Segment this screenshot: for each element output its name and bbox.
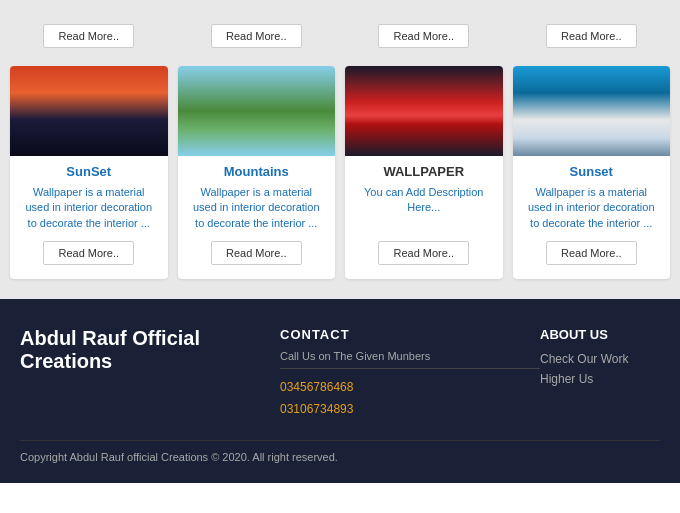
- footer-copyright: Copyright Abdul Rauf official Creations …: [20, 440, 660, 463]
- footer-link-higher-us[interactable]: Higher Us: [540, 372, 660, 386]
- card-wallpaper-title: WALLPAPER: [375, 164, 472, 179]
- top-read-more-btn-1[interactable]: Read More..: [43, 24, 134, 48]
- card-sunset2-image: [513, 66, 671, 156]
- card-sunset2-read-more[interactable]: Read More..: [546, 241, 637, 265]
- card-mountains-read-more[interactable]: Read More..: [211, 241, 302, 265]
- top-read-more-btn-3[interactable]: Read More..: [378, 24, 469, 48]
- top-read-more-btn-4[interactable]: Read More..: [546, 24, 637, 48]
- card-mountains-image: [178, 66, 336, 156]
- card-mountains-title: Mountains: [216, 164, 297, 179]
- card-wallpaper: WALLPAPER You can Add Description Here..…: [345, 66, 503, 279]
- footer-links: ABOUT US Check Our Work Higher Us: [540, 327, 660, 386]
- card-sunset: SunSet Wallpaper is a material used in i…: [10, 66, 168, 279]
- card-wallpaper-desc: You can Add Description Here...: [345, 185, 503, 231]
- card-mountains-desc: Wallpaper is a material used in interior…: [178, 185, 336, 231]
- footer-divider: [280, 368, 540, 369]
- footer-contact: CONTACT Call Us on The Given Munbers 034…: [280, 327, 540, 420]
- card-sunset-read-more[interactable]: Read More..: [43, 241, 134, 265]
- footer-phone-1: 03456786468: [280, 377, 540, 399]
- cards-grid: SunSet Wallpaper is a material used in i…: [10, 66, 670, 279]
- card-sunset-desc: Wallpaper is a material used in interior…: [10, 185, 168, 231]
- footer-phone-2: 03106734893: [280, 399, 540, 421]
- card-wallpaper-image: [345, 66, 503, 156]
- top-read-more-btn-2[interactable]: Read More..: [211, 24, 302, 48]
- footer-contact-title: CONTACT: [280, 327, 540, 342]
- footer-about-title: ABOUT US: [540, 327, 660, 342]
- card-sunset2-title: Sunset: [562, 164, 621, 179]
- footer-brand: Abdul Rauf Official Creations: [20, 327, 220, 373]
- card-wallpaper-read-more[interactable]: Read More..: [378, 241, 469, 265]
- card-sunset2-desc: Wallpaper is a material used in interior…: [513, 185, 671, 231]
- top-read-more-row: Read More.. Read More.. Read More.. Read…: [10, 10, 670, 56]
- card-sunset-image: [10, 66, 168, 156]
- card-sunset-title: SunSet: [58, 164, 119, 179]
- footer-link-check-work[interactable]: Check Our Work: [540, 352, 660, 366]
- footer-top: Abdul Rauf Official Creations CONTACT Ca…: [20, 327, 660, 420]
- card-mountains: Mountains Wallpaper is a material used i…: [178, 66, 336, 279]
- footer-contact-subtitle: Call Us on The Given Munbers: [280, 350, 540, 362]
- card-sunset2: Sunset Wallpaper is a material used in i…: [513, 66, 671, 279]
- footer: Abdul Rauf Official Creations CONTACT Ca…: [0, 299, 680, 483]
